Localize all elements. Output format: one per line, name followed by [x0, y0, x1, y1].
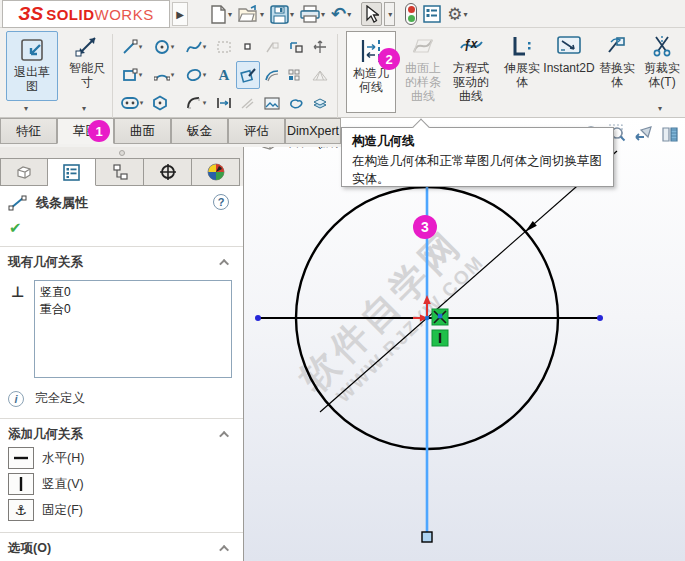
offset-entities-button[interactable]: [260, 61, 284, 89]
new-document-button[interactable]: ▾: [208, 2, 234, 26]
vertical-relation-icon: [8, 473, 34, 495]
diagonal-dimension-line[interactable]: [320, 151, 617, 412]
solidworks-window: ЗS SOLID WORKS ▶ ▾ ▾ ▾ ▾ ↶: [0, 0, 685, 561]
arc-tool-button[interactable]: ▾: [148, 61, 180, 89]
line-drag-handle[interactable]: [422, 532, 432, 542]
fillet-tool-button[interactable]: ▾: [180, 89, 212, 117]
instant2d-button[interactable]: Instant2D: [538, 31, 600, 75]
instant2d-icon: [556, 31, 582, 61]
copy-entities-button[interactable]: [284, 33, 308, 61]
move-entities-button[interactable]: [308, 33, 332, 61]
smart-dimension-dropdown[interactable]: ▾: [82, 104, 86, 113]
tab-property-manager[interactable]: [48, 158, 96, 186]
property-manager-icon: [63, 164, 80, 181]
add-vertical-relation-button[interactable]: 竖直(V): [8, 473, 84, 495]
settings-button[interactable]: ⚙ ▾: [445, 2, 469, 26]
relation-badge-vertical[interactable]: [432, 330, 448, 346]
section-view-icon[interactable]: [660, 124, 680, 144]
previous-view-icon[interactable]: [634, 124, 654, 144]
options-list-button[interactable]: [421, 2, 443, 26]
anchor-icon: ⚓: [8, 499, 34, 521]
tooltip-construction-geometry: 构造几何线 在构造几何体和正常草图几何体之间切换草图实体。: [341, 127, 614, 187]
exit-sketch-icon: [19, 35, 45, 65]
ok-check-icon[interactable]: ✔: [9, 219, 22, 237]
add-relations-header[interactable]: 添加几何关系: [0, 424, 243, 444]
tab-sheet-metal[interactable]: 钣金: [171, 118, 228, 144]
trim-entities-button[interactable]: 剪裁实体(T): [641, 31, 683, 89]
title-bar: ЗS SOLID WORKS ▶ ▾ ▾ ▾ ▾ ↶: [0, 0, 685, 28]
slot-tool-button[interactable]: ▾: [116, 89, 148, 117]
add-horizontal-relation-button[interactable]: 水平(H): [8, 447, 84, 469]
tab-dimxpert[interactable]: DimXpert: [285, 118, 341, 144]
surface-layers-button[interactable]: [308, 89, 332, 117]
command-manager-ribbon: 退出草图 ▾ 智能尺寸 ▾ ▾ ▾ ▾ ▾ ▾ ▾ ▾ ▾ A: [0, 28, 685, 118]
relation-item[interactable]: 重合0: [40, 301, 226, 318]
options-header[interactable]: 选项(O): [0, 538, 243, 558]
circle-tool-button[interactable]: ▾: [148, 33, 180, 61]
freeform-tool-button[interactable]: [284, 89, 308, 117]
smart-dimension-button[interactable]: 智能尺寸: [64, 31, 110, 89]
tab-evaluate[interactable]: 评估: [228, 118, 285, 144]
annotation-badge-2: 2: [378, 48, 400, 70]
property-manager-panel: 线条属性 ? ✔ 现有几何关系 ⊥ 竖直0 重合0 i 完全定义 添加几何关系 …: [0, 147, 244, 561]
existing-relations-header[interactable]: 现有几何关系: [0, 252, 243, 272]
line-endpoint-right[interactable]: [597, 315, 603, 321]
help-icon[interactable]: ?: [213, 194, 229, 210]
open-folder-icon: [238, 5, 259, 23]
polygon-tool-button[interactable]: [148, 89, 172, 117]
manager-tab-bar: [0, 158, 243, 186]
relation-badge-coincident[interactable]: [432, 309, 448, 325]
feature-manager-icon: [15, 164, 33, 180]
svg-text:ƒx: ƒx: [464, 37, 479, 51]
panel-splitter[interactable]: [0, 147, 243, 158]
stretch-entities-icon: [510, 31, 534, 61]
ellipse-tool-button[interactable]: ▾: [180, 61, 212, 89]
menu-flyout-arrow[interactable]: ▶: [172, 2, 188, 26]
trim-entities-dropdown[interactable]: ▾: [658, 104, 662, 113]
trim-entities-scissors-icon: [650, 31, 674, 61]
rectangle-tool-button[interactable]: ▾: [116, 61, 148, 89]
line-endpoint-left[interactable]: [255, 315, 261, 321]
print-button[interactable]: ▾: [298, 2, 327, 26]
point-tool-button[interactable]: [236, 33, 260, 61]
relation-item[interactable]: 竖直0: [40, 284, 226, 301]
printer-icon: [300, 5, 320, 23]
construction-geometry-button[interactable]: 构造几何线: [346, 31, 396, 113]
display-manager-icon: [207, 163, 225, 181]
spline-on-surface-button: 曲面上的样条曲线: [400, 31, 446, 103]
sketch-tool-highlighted-button[interactable]: [236, 61, 260, 89]
tab-display-manager[interactable]: [192, 158, 240, 186]
undo-button[interactable]: ↶ ▾: [329, 2, 353, 26]
tab-feature-manager[interactable]: [0, 158, 48, 186]
tab-dimxpert-manager[interactable]: [144, 158, 192, 186]
linear-pattern-button[interactable]: [284, 61, 308, 89]
save-button[interactable]: ▾: [268, 2, 296, 26]
splitter-handle-icon: [119, 150, 125, 156]
line-properties-icon: [8, 194, 28, 212]
relations-listbox[interactable]: 竖直0 重合0: [34, 280, 232, 378]
replace-entities-button[interactable]: 替换实体: [594, 31, 640, 89]
sketch-picture-button[interactable]: [260, 89, 284, 117]
select-tool-dropdown[interactable]: ▾: [384, 2, 395, 26]
interference-check-button[interactable]: [403, 2, 419, 26]
spline-on-surface-icon: [411, 31, 435, 61]
collapse-chevron-icon: [219, 258, 229, 268]
dimxpert-manager-icon: [159, 163, 177, 181]
perpendicular-relation-icon: ⊥: [11, 283, 25, 301]
equation-driven-curve-button[interactable]: ƒx 方程式驱动的曲线: [447, 31, 495, 103]
select-tool-button[interactable]: [361, 2, 382, 26]
tab-configuration-manager[interactable]: [96, 158, 144, 186]
spline-tool-button[interactable]: ▾: [180, 33, 212, 61]
save-floppy-icon: [270, 5, 289, 24]
tab-features[interactable]: 特征: [0, 118, 57, 144]
text-tool-button[interactable]: A: [212, 61, 236, 89]
line-tool-button[interactable]: ▾: [116, 33, 148, 61]
stretch-sketch-tool-button[interactable]: [212, 89, 236, 117]
add-fix-relation-button[interactable]: ⚓ 固定(F): [8, 499, 83, 521]
open-document-button[interactable]: ▾: [236, 2, 266, 26]
exit-sketch-button[interactable]: 退出草图: [6, 31, 58, 101]
command-tab-bar: 特征 草图 曲面 钣金 评估 DimXpert: [0, 118, 341, 147]
exit-sketch-dropdown[interactable]: ▾: [24, 104, 28, 113]
tab-surfaces[interactable]: 曲面: [114, 118, 171, 144]
select-cursor-icon: [364, 5, 379, 23]
